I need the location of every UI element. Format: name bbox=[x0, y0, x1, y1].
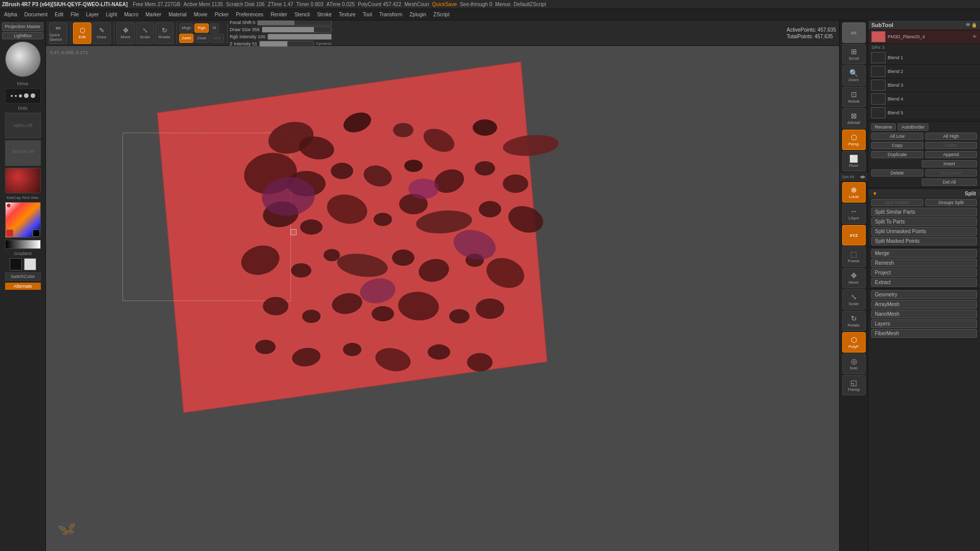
layers-btn[interactable]: Layers bbox=[871, 319, 977, 328]
draw-size-slider[interactable] bbox=[262, 27, 332, 33]
insert-btn[interactable]: Insert bbox=[922, 160, 977, 167]
project-btn[interactable]: Project bbox=[871, 268, 977, 277]
append-btn[interactable]: Append bbox=[925, 151, 977, 158]
menu-preferences[interactable]: Preferences bbox=[234, 11, 265, 18]
subtool-item-3[interactable]: Blend 3 bbox=[868, 79, 980, 92]
lsym-btn[interactable]: ↔ LSym bbox=[842, 204, 866, 224]
delete-btn[interactable]: Delete bbox=[871, 169, 923, 177]
menu-file[interactable]: File bbox=[68, 11, 81, 18]
floor-btn[interactable]: ⬜ Floor bbox=[842, 151, 866, 171]
mrgb-btn[interactable]: Mrgb bbox=[179, 23, 193, 33]
auto-border-btn[interactable]: AutoBorder bbox=[898, 123, 928, 131]
projection-master-btn[interactable]: Projection Master bbox=[2, 22, 43, 31]
alpha-preview[interactable]: Alpha Off bbox=[5, 113, 41, 138]
zsub-btn[interactable]: Zsub bbox=[194, 34, 209, 43]
color-picker[interactable] bbox=[5, 202, 41, 238]
menu-movie[interactable]: Movie bbox=[192, 11, 210, 18]
default-script-btn[interactable]: DefaultZScript bbox=[513, 2, 546, 7]
brush-preview[interactable] bbox=[5, 41, 41, 77]
edit-btn[interactable]: ⬡ Edit bbox=[73, 22, 91, 44]
menu-marker[interactable]: Marker bbox=[143, 11, 163, 18]
zadd-btn[interactable]: Zadd bbox=[179, 34, 193, 43]
gradient-bar[interactable] bbox=[5, 240, 41, 249]
zoom-btn[interactable]: 🔍 Zoom bbox=[842, 65, 866, 86]
move-tool-btn[interactable]: ✥ Move bbox=[842, 268, 866, 288]
lightbox-btn[interactable]: LightBox bbox=[2, 32, 43, 39]
menu-material[interactable]: Material bbox=[166, 11, 189, 18]
nano-mesh-btn[interactable]: NanoMesh bbox=[871, 310, 977, 318]
dynamic-label[interactable]: Dynamic bbox=[316, 41, 332, 46]
subtool-vis-active[interactable]: 👁 bbox=[972, 34, 977, 39]
menu-stroke[interactable]: Stroke bbox=[315, 11, 334, 18]
frame-btn[interactable]: ⬚ Frame bbox=[842, 246, 866, 267]
out-driver-btn[interactable]: Out Driver bbox=[925, 169, 977, 177]
remesh-btn[interactable]: Remesh bbox=[871, 259, 977, 267]
draw-btn[interactable]: ✎ Draw bbox=[92, 22, 111, 44]
swatch-white[interactable] bbox=[24, 258, 36, 270]
split-to-parts-btn[interactable]: Split To Parts bbox=[871, 217, 977, 226]
texture-preview[interactable]: Texture Off bbox=[5, 140, 41, 166]
solo-btn[interactable]: ◎ Solo bbox=[842, 354, 866, 374]
foreground-color[interactable] bbox=[33, 230, 40, 237]
menu-layer[interactable]: Layer bbox=[84, 11, 101, 18]
geometry-btn[interactable]: Geometry bbox=[871, 290, 977, 299]
split-section-header[interactable]: ▼ Split bbox=[868, 189, 980, 198]
menu-picker[interactable]: Picker bbox=[212, 11, 231, 18]
all-high-btn[interactable]: All High bbox=[925, 133, 977, 140]
subtool-item-active[interactable]: PM3D_Plane20_4 👁 bbox=[868, 30, 980, 44]
aahalf-btn[interactable]: ⊠ AAHalf bbox=[842, 108, 866, 129]
all-low-btn[interactable]: All Low bbox=[871, 133, 923, 140]
rotate-btn[interactable]: ↻ Rotate bbox=[155, 22, 174, 44]
quick-sketch-btn[interactable]: ✏ Quick Sketch bbox=[49, 22, 67, 44]
scale-tool-btn[interactable]: ⤡ Scale bbox=[842, 289, 866, 310]
split-similar-parts-btn[interactable]: Split Similar Parts bbox=[871, 208, 977, 216]
menu-texture[interactable]: Texture bbox=[337, 11, 358, 18]
menu-light[interactable]: Light bbox=[104, 11, 119, 18]
paste-btn[interactable]: Paste bbox=[925, 142, 977, 149]
menu-stencil[interactable]: Stencil bbox=[292, 11, 312, 18]
material-preview[interactable] bbox=[5, 168, 41, 193]
subtool-lock-btn[interactable]: 🔒 bbox=[971, 22, 977, 28]
subtool-item-2[interactable]: Blend 2 bbox=[868, 65, 980, 79]
menu-tool[interactable]: Tool bbox=[361, 11, 374, 18]
subtool-item-1[interactable]: Blend 1 bbox=[868, 51, 980, 65]
m-btn[interactable]: M bbox=[210, 23, 219, 33]
quick-save-btn[interactable]: QuickSave bbox=[432, 2, 457, 7]
menu-document[interactable]: Document bbox=[22, 11, 50, 18]
z-intensity-slider[interactable] bbox=[259, 41, 314, 47]
background-color[interactable] bbox=[6, 230, 13, 237]
fiber-mesh-btn[interactable]: FiberMesh bbox=[871, 329, 977, 338]
menus-btn[interactable]: Menus bbox=[495, 2, 510, 7]
menu-zscript[interactable]: ZScript bbox=[431, 11, 452, 18]
alternate-btn[interactable]: Alternate bbox=[5, 283, 41, 290]
rgb-btn[interactable]: Rgb bbox=[194, 23, 209, 33]
move-btn[interactable]: ✥ Move bbox=[116, 22, 135, 44]
subtool-item-4[interactable]: Blend 4 bbox=[868, 92, 980, 106]
persp-btn[interactable]: ⬡ Persp bbox=[842, 130, 866, 150]
menu-zplugin[interactable]: Zplugin bbox=[407, 11, 428, 18]
viewport[interactable]: 0.47,-0.098,-0.173 bbox=[46, 46, 934, 551]
subtool-eye-btn[interactable]: 👁 bbox=[966, 22, 970, 28]
local-btn[interactable]: ⊕ Local bbox=[842, 182, 866, 203]
subtool-item-5[interactable]: Blend 5 bbox=[868, 106, 980, 120]
array-mesh-btn[interactable]: ArrayMesh bbox=[871, 300, 977, 309]
polyf-btn[interactable]: ⬡ PolyF bbox=[842, 332, 866, 353]
merge-btn[interactable]: Merge bbox=[871, 249, 977, 258]
menu-render[interactable]: Render bbox=[268, 11, 289, 18]
menu-macro[interactable]: Macro bbox=[122, 11, 140, 18]
scroll-btn[interactable]: ⊞ Scroll bbox=[842, 44, 866, 64]
rotate-tool-btn[interactable]: ↻ Rotate bbox=[842, 311, 866, 331]
stroke-preview[interactable] bbox=[5, 88, 41, 104]
switch-color-btn[interactable]: SwitchColor bbox=[5, 272, 41, 281]
split-hidden-btn[interactable]: Split Hidden bbox=[871, 199, 923, 206]
swatch-black[interactable] bbox=[10, 258, 22, 270]
copy-btn[interactable]: Copy bbox=[871, 142, 923, 149]
xyz-btn[interactable]: XYZ bbox=[842, 225, 866, 245]
del-all-btn[interactable]: Del All bbox=[922, 179, 977, 186]
rgb-intensity-slider[interactable] bbox=[267, 34, 332, 40]
menu-transform[interactable]: Transform bbox=[377, 11, 404, 18]
bill-btn[interactable]: Bill bbox=[842, 22, 866, 43]
actual-btn[interactable]: ⊡ Actual bbox=[842, 87, 866, 107]
split-unmasked-points-btn[interactable]: Split Unmasked Points bbox=[871, 227, 977, 236]
menu-edit[interactable]: Edit bbox=[53, 11, 65, 18]
